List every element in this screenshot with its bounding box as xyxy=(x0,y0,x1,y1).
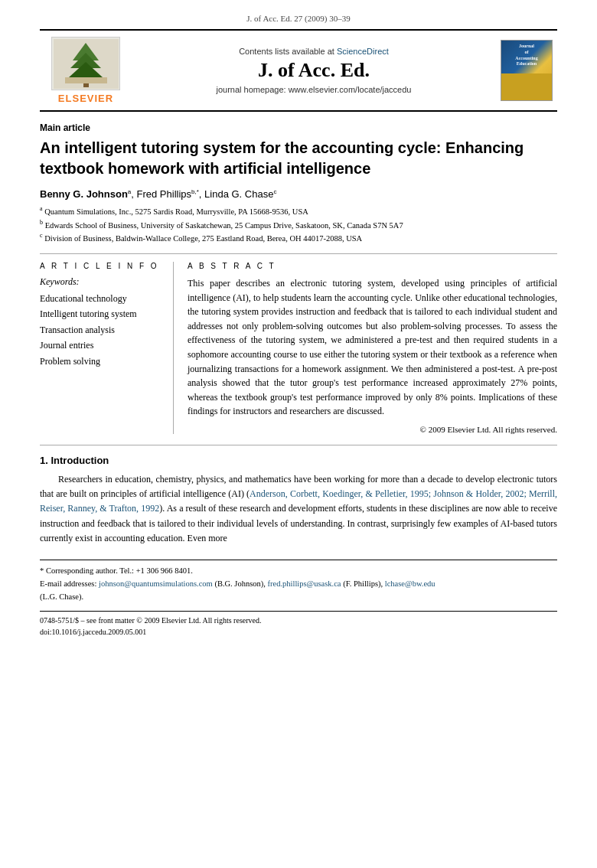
journal-homepage: journal homepage: www.elsevier.com/locat… xyxy=(217,85,412,94)
page: J. of Acc. Ed. 27 (2009) 30–39 xyxy=(0,0,597,653)
abstract-text: This paper describes an electronic tutor… xyxy=(188,276,557,419)
introduction-section: 1. Introduction Researchers in education… xyxy=(40,455,557,546)
article-title: An intelligent tutoring system for the a… xyxy=(40,138,557,179)
article-section: Main article An intelligent tutoring sys… xyxy=(40,112,557,546)
keyword-2: Intelligent tutoring system xyxy=(40,306,164,321)
journal-header: ELSEVIER Contents lists available at Sci… xyxy=(40,31,557,112)
author-3-prefix: , Linda G. Chase xyxy=(199,188,274,200)
email-1: johnson@quantumsimulations.com xyxy=(99,579,213,588)
section-label: Main article xyxy=(40,122,557,133)
affiliations: a Quantum Simulations, Inc., 5275 Sardis… xyxy=(40,204,557,244)
article-info-col: A R T I C L E I N F O Keywords: Educatio… xyxy=(40,262,174,434)
author-1-name: Benny G. Johnson xyxy=(40,188,128,200)
footnote-area: * Corresponding author. Tel.: +1 306 966… xyxy=(40,560,557,603)
keywords-label: Keywords: xyxy=(40,276,164,288)
sciencedirect-link[interactable]: ScienceDirect xyxy=(337,47,389,56)
intro-number: 1. xyxy=(40,455,48,466)
keyword-1: Educational technology xyxy=(40,291,164,306)
article-info-header: A R T I C L E I N F O xyxy=(40,262,164,270)
footnote-star: * Corresponding author. Tel.: +1 306 966… xyxy=(40,565,557,578)
elsevier-brand-text: ELSEVIER xyxy=(58,93,113,104)
author-3-sup: c xyxy=(273,188,276,195)
email-2: fred.phillips@usask.ca xyxy=(268,579,341,588)
article-info-abstract: A R T I C L E I N F O Keywords: Educatio… xyxy=(40,262,557,434)
author-2-sup: b,* xyxy=(191,188,199,195)
keyword-4: Journal entries xyxy=(40,338,164,353)
affil-divider xyxy=(40,253,557,254)
journal-title-area: Contents lists available at ScienceDirec… xyxy=(139,37,488,104)
footnote-emails: E-mail addresses: johnson@quantumsimulat… xyxy=(40,578,557,604)
doi-line: doi:10.1016/j.jaccedu.2009.05.001 xyxy=(40,626,557,638)
copyright-line: © 2009 Elsevier Ltd. All rights reserved… xyxy=(188,425,557,434)
journal-ref-text: J. of Acc. Ed. 27 (2009) 30–39 xyxy=(246,14,350,23)
keyword-3: Transaction analysis xyxy=(40,322,164,338)
svg-rect-5 xyxy=(65,77,107,83)
affil-a: a Quantum Simulations, Inc., 5275 Sardis… xyxy=(40,204,557,217)
abstract-header: A B S T R A C T xyxy=(188,262,557,270)
elsevier-logo: ELSEVIER xyxy=(51,37,120,104)
abstract-col: A B S T R A C T This paper describes an … xyxy=(188,262,557,434)
affil-b: b Edwards School of Business, University… xyxy=(40,218,557,231)
email-3: lchase@bw.edu xyxy=(385,579,436,588)
intro-divider xyxy=(40,445,557,445)
journal-cover-image: JournalofAccountingEducation xyxy=(501,40,553,101)
bottom-bar: 0748-5751/$ – see front matter © 2009 El… xyxy=(40,611,557,638)
authors-line: Benny G. Johnsona, Fred Phillipsb,*, Lin… xyxy=(40,188,557,200)
issn-line: 0748-5751/$ – see front matter © 2009 El… xyxy=(40,615,557,626)
sciencedirect-prefix: Contents lists available at xyxy=(239,47,337,56)
keyword-5: Problem solving xyxy=(40,354,164,369)
journal-title: J. of Acc. Ed. xyxy=(258,59,370,82)
elsevier-tree-image xyxy=(51,37,120,90)
ref-anderson: Anderson, Corbett, Koedinger, & Pelletie… xyxy=(40,488,557,514)
intro-heading: Introduction xyxy=(51,455,109,466)
footnote-star-text: * Corresponding author. Tel.: +1 306 966… xyxy=(40,566,193,575)
elsevier-logo-area: ELSEVIER xyxy=(40,37,132,104)
cover-title-text: JournalofAccountingEducation xyxy=(515,44,537,67)
footnote-email-label: E-mail addresses: xyxy=(40,579,99,588)
affil-c: c Division of Business, Baldwin-Wallace … xyxy=(40,231,557,244)
keywords-list: Educational technology Intelligent tutor… xyxy=(40,291,164,369)
journal-cover-area: JournalofAccountingEducation xyxy=(496,37,557,104)
intro-title: 1. Introduction xyxy=(40,455,557,466)
sciencedirect-line: Contents lists available at ScienceDirec… xyxy=(239,47,389,56)
cover-bottom xyxy=(501,73,552,100)
author-2-prefix: , Fred Phillips xyxy=(131,188,191,200)
intro-paragraph: Researchers in education, chemistry, phy… xyxy=(40,472,557,546)
journal-ref: J. of Acc. Ed. 27 (2009) 30–39 xyxy=(40,14,557,23)
